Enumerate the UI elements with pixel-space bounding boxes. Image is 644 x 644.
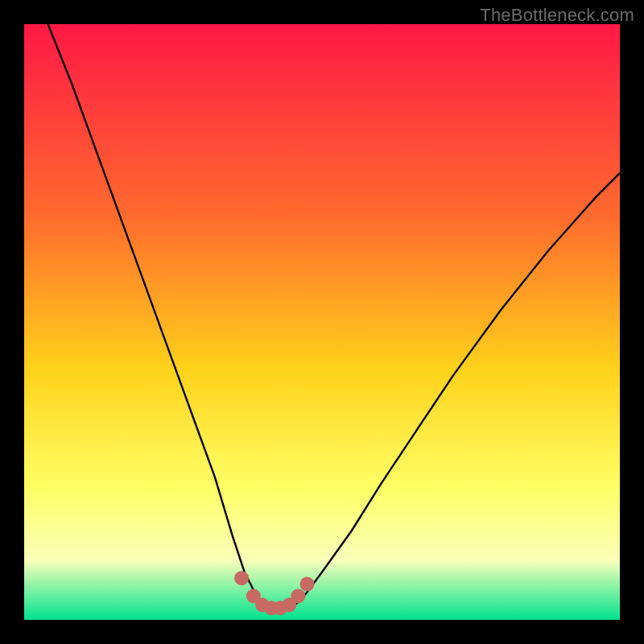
trough-marker [300,577,315,592]
chart-frame: TheBottleneck.com [0,0,644,644]
plot-area [24,24,620,620]
trough-marker [291,588,305,603]
trough-marker [234,571,249,585]
chart-svg [24,24,620,620]
gradient-background [24,24,620,620]
watermark-text: TheBottleneck.com [480,5,634,26]
